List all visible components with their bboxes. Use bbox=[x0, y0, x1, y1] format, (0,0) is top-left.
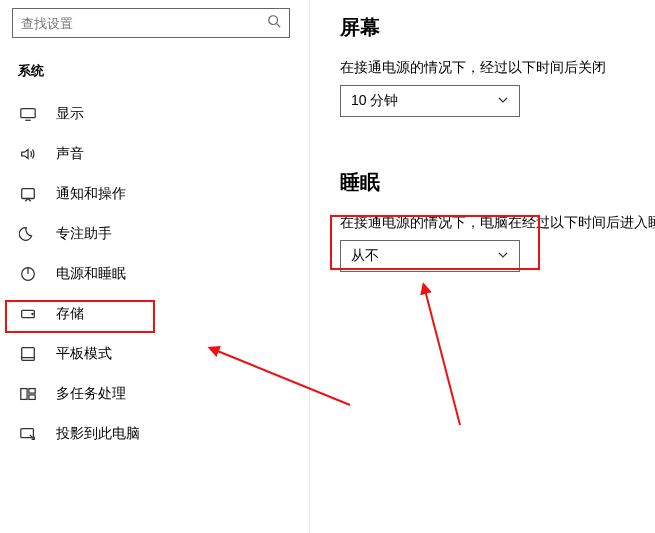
svg-point-8 bbox=[32, 313, 33, 314]
svg-line-16 bbox=[425, 290, 460, 425]
sleep-heading: 睡眠 bbox=[330, 169, 655, 196]
main-panel: 屏幕 在接通电源的情况下，经过以下时间后关闭 10 分钟 睡眠 在接通电源的情况… bbox=[330, 0, 655, 272]
sleep-desc: 在接通电源的情况下，电脑在经过以下时间后进入睡 bbox=[330, 214, 655, 232]
multitask-icon bbox=[18, 384, 38, 404]
sidebar-item-display[interactable]: 显示 bbox=[12, 94, 297, 134]
sidebar-item-label: 声音 bbox=[56, 145, 84, 163]
screen-timeout-dropdown[interactable]: 10 分钟 bbox=[340, 85, 520, 117]
svg-line-1 bbox=[277, 24, 281, 28]
sidebar-item-multitasking[interactable]: 多任务处理 bbox=[12, 374, 297, 414]
sidebar-item-label: 投影到此电脑 bbox=[56, 425, 140, 443]
svg-rect-4 bbox=[22, 189, 35, 199]
search-input[interactable] bbox=[21, 16, 267, 31]
sidebar-item-label: 通知和操作 bbox=[56, 185, 126, 203]
sidebar-item-label: 专注助手 bbox=[56, 225, 112, 243]
sidebar-item-power-sleep[interactable]: 电源和睡眠 bbox=[12, 254, 297, 294]
screen-heading: 屏幕 bbox=[330, 14, 655, 41]
sidebar-item-label: 多任务处理 bbox=[56, 385, 126, 403]
sidebar: 系统 显示 声音 通知和操作 专注助手 bbox=[0, 0, 310, 533]
moon-icon bbox=[18, 224, 38, 244]
svg-rect-9 bbox=[22, 348, 35, 361]
search-icon bbox=[267, 14, 281, 32]
sidebar-section-title: 系统 bbox=[18, 62, 297, 80]
display-icon bbox=[18, 104, 38, 124]
sidebar-item-projecting[interactable]: 投影到此电脑 bbox=[12, 414, 297, 454]
sidebar-item-label: 电源和睡眠 bbox=[56, 265, 126, 283]
project-icon bbox=[18, 424, 38, 444]
search-box[interactable] bbox=[12, 8, 290, 38]
tablet-icon bbox=[18, 344, 38, 364]
sleep-timeout-dropdown[interactable]: 从不 bbox=[340, 240, 520, 272]
chevron-down-icon bbox=[497, 248, 509, 264]
svg-rect-12 bbox=[29, 389, 35, 394]
svg-rect-2 bbox=[21, 109, 35, 118]
svg-point-0 bbox=[269, 16, 278, 25]
sidebar-item-label: 显示 bbox=[56, 105, 84, 123]
sidebar-item-label: 平板模式 bbox=[56, 345, 112, 363]
screen-desc: 在接通电源的情况下，经过以下时间后关闭 bbox=[330, 59, 655, 77]
dropdown-value: 10 分钟 bbox=[351, 92, 398, 110]
sidebar-item-label: 存储 bbox=[56, 305, 84, 323]
storage-icon bbox=[18, 304, 38, 324]
dropdown-value: 从不 bbox=[351, 247, 379, 265]
sidebar-item-storage[interactable]: 存储 bbox=[12, 294, 297, 334]
svg-rect-11 bbox=[21, 389, 27, 400]
sidebar-item-sound[interactable]: 声音 bbox=[12, 134, 297, 174]
notification-icon bbox=[18, 184, 38, 204]
chevron-down-icon bbox=[497, 93, 509, 109]
sound-icon bbox=[18, 144, 38, 164]
sidebar-item-focus-assist[interactable]: 专注助手 bbox=[12, 214, 297, 254]
sidebar-item-tablet-mode[interactable]: 平板模式 bbox=[12, 334, 297, 374]
sidebar-item-notifications[interactable]: 通知和操作 bbox=[12, 174, 297, 214]
power-icon bbox=[18, 264, 38, 284]
svg-rect-13 bbox=[29, 395, 35, 400]
